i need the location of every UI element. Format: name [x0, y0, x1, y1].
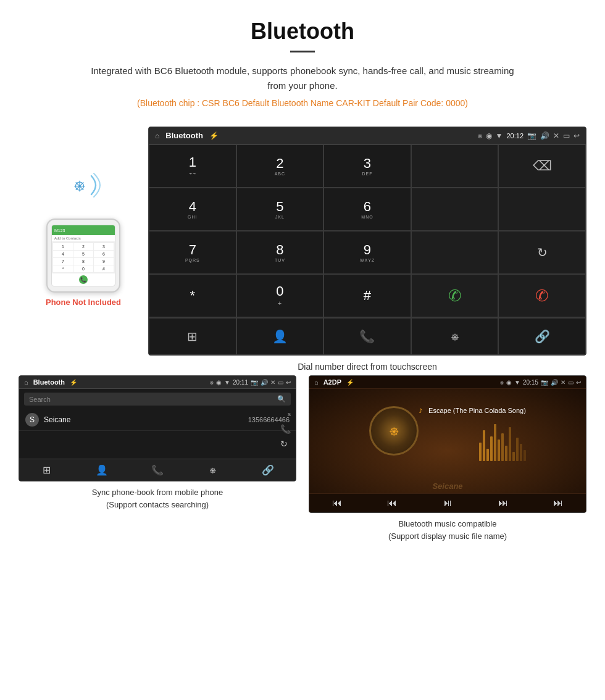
music-play-pause-btn[interactable]: ⏯ — [420, 498, 475, 509]
header-time: 20:12 — [506, 132, 524, 140]
music-cam-icon: 📷 — [541, 379, 548, 386]
back-icon[interactable]: ↩ — [574, 131, 580, 140]
music-content-area: ⎈ ♪ Escape (The Pina Colada Song) — [309, 389, 586, 479]
pb-status-icons: ⎈ ◉ ▼ 20:11 📷 🔊 ✕ ▭ ↩ — [210, 379, 291, 386]
eq-bar-9 — [509, 427, 511, 461]
key-0[interactable]: 0 + — [236, 274, 324, 317]
empty-cell-1 — [498, 188, 586, 231]
pb-btn-link[interactable]: 🔗 — [240, 459, 296, 481]
title-divider — [290, 51, 315, 52]
phone-screen: M123 Add to Contacts 1 2 3 4 5 6 7 8 9 *… — [51, 225, 115, 286]
phone-top-text: M123 — [54, 228, 65, 233]
pb-loc-icon: ◉ — [216, 379, 222, 386]
contact-row[interactable]: S Seicane 13566664466 — [19, 409, 296, 431]
eq-bar-13 — [524, 450, 526, 461]
key-6[interactable]: 6 MNO — [323, 188, 411, 231]
music-close-icon[interactable]: ✕ — [561, 379, 565, 386]
phone-contacts-label: Add to Contacts — [52, 235, 115, 242]
key-7[interactable]: 7 PQRS — [149, 231, 236, 274]
key-star[interactable]: * — [149, 274, 236, 317]
pb-right-refresh-icon[interactable]: ↻ — [280, 439, 291, 449]
eq-bar-6 — [498, 440, 500, 461]
phone-key-hash[interactable]: # — [94, 265, 114, 272]
eq-bar-4 — [490, 436, 493, 461]
refresh-cell[interactable]: ↻ — [498, 231, 586, 274]
signal-icon: ▼ — [496, 131, 503, 140]
dialer-screen-header: ⌂ Bluetooth ⚡ ⎈ ◉ ▼ 20:12 📷 🔊 ✕ ▭ ↩ — [149, 127, 586, 144]
music-caption: Bluetooth music compatible (Support disp… — [309, 518, 586, 542]
pb-win-icon[interactable]: ▭ — [278, 379, 283, 386]
phone-key-star[interactable]: * — [53, 265, 73, 272]
music-next-next-btn[interactable]: ⏭ — [530, 498, 586, 509]
pb-btn-call[interactable]: 📞 — [130, 459, 185, 481]
page-description: Integrated with BC6 Bluetooth module, su… — [86, 64, 519, 93]
key-5[interactable]: 5 JKL — [236, 188, 324, 231]
close-icon[interactable]: ✕ — [553, 131, 559, 140]
pb-btn-bt[interactable]: ⎈ — [185, 459, 241, 481]
phone-key-2[interactable]: 2 — [73, 243, 93, 250]
key-4[interactable]: 4 GHI — [149, 188, 236, 231]
dialer-bottom-grid-icon[interactable]: ⊞ — [149, 318, 236, 355]
music-panel: ⌂ A2DP ⚡ ⎈ ◉ ▼ 20:15 📷 🔊 ✕ ▭ ↩ — [309, 375, 586, 542]
key-8[interactable]: 8 TUV — [236, 231, 324, 274]
car-dialer-screen: ⌂ Bluetooth ⚡ ⎈ ◉ ▼ 20:12 📷 🔊 ✕ ▭ ↩ — [148, 127, 586, 356]
key-2[interactable]: 2 ABC — [236, 144, 324, 188]
phone-key-8[interactable]: 8 — [73, 258, 93, 265]
key-3[interactable]: 3 DEF — [323, 144, 411, 188]
phone-key-5[interactable]: 5 — [73, 251, 93, 257]
camera-icon: 📷 — [527, 131, 536, 140]
phone-key-1[interactable]: 1 — [53, 243, 73, 250]
music-back-icon[interactable]: ↩ — [576, 379, 581, 386]
music-prev-btn[interactable]: ⏮ — [365, 498, 420, 509]
music-next-btn[interactable]: ⏭ — [475, 498, 531, 509]
pb-title: Bluetooth — [33, 378, 65, 386]
dialer-bottom-link-icon[interactable]: 🔗 — [498, 318, 586, 355]
phone-key-4[interactable]: 4 — [53, 251, 73, 257]
pb-close-icon[interactable]: ✕ — [270, 379, 275, 386]
phone-call-button[interactable]: 📞 — [79, 275, 88, 284]
backspace-cell[interactable]: ⌫ — [498, 144, 586, 188]
music-prev-prev-btn[interactable]: ⏮ — [309, 498, 365, 509]
call-cell[interactable]: ✆ — [411, 274, 499, 317]
dialer-bottom-bar: ⊞ 👤 📞 ⎈ 🔗 — [149, 317, 586, 355]
seicane-watermark: Seicane — [309, 479, 586, 493]
pb-btn-grid[interactable]: ⊞ — [19, 459, 75, 481]
key-hash[interactable]: # — [323, 274, 411, 317]
search-icon[interactable]: 🔍 — [277, 395, 286, 403]
pb-time: 20:11 — [233, 379, 248, 386]
end-call-cell[interactable]: ✆ — [498, 274, 586, 317]
pb-back-icon[interactable]: ↩ — [286, 379, 291, 386]
pb-right-call-icon[interactable]: 📞 — [280, 424, 291, 434]
music-loc-icon: ◉ — [506, 379, 512, 386]
music-win-icon[interactable]: ▭ — [568, 379, 574, 386]
phone-key-9[interactable]: 9 — [94, 258, 114, 265]
eq-bar-11 — [516, 438, 519, 461]
pb-btn-contact[interactable]: 👤 — [75, 459, 130, 481]
phonebook-caption-line2: (Support contacts searching) — [106, 500, 209, 509]
bottom-section: ⌂ Bluetooth ⚡ ⎈ ◉ ▼ 20:11 📷 🔊 ✕ ▭ ↩ — [0, 375, 605, 554]
phonebook-contact-list: S Seicane 13566664466 S 📞 ↻ — [19, 409, 296, 459]
phone-key-3[interactable]: 3 — [94, 243, 114, 250]
dialer-bottom-contact-icon[interactable]: 👤 — [236, 318, 324, 355]
music-status-icons: ⎈ ◉ ▼ 20:15 📷 🔊 ✕ ▭ ↩ — [500, 379, 581, 386]
key-9[interactable]: 9 WXYZ — [323, 231, 411, 274]
phone-bottom-bar: 📞 — [52, 273, 115, 286]
phone-key-7[interactable]: 7 — [53, 258, 73, 265]
volume-icon: 🔊 — [540, 131, 549, 140]
pb-bt-icon: ⎈ — [210, 379, 214, 386]
window-icon[interactable]: ▭ — [563, 131, 570, 140]
music-caption-line2: (Support display music file name) — [388, 531, 507, 541]
bluetooth-status-icon: ⎈ — [478, 131, 482, 140]
key-1[interactable]: 1 ⌁⌁ — [149, 144, 236, 188]
sidebar-letter-s[interactable]: S — [288, 412, 291, 417]
home-icon[interactable]: ⌂ — [155, 131, 159, 140]
dialer-bottom-bt-icon[interactable]: ⎈ — [411, 318, 499, 355]
eq-bar-1 — [479, 443, 482, 461]
phonebook-search-bar[interactable]: Search 🔍 — [24, 393, 291, 406]
phone-key-6[interactable]: 6 — [94, 251, 114, 257]
header-status-icons: ⎈ ◉ ▼ 20:12 📷 🔊 ✕ ▭ ↩ — [478, 131, 580, 140]
dialer-bottom-call-icon[interactable]: 📞 — [323, 318, 411, 355]
music-home-icon[interactable]: ⌂ — [314, 378, 319, 386]
phone-key-0[interactable]: 0 — [73, 265, 93, 272]
pb-home-icon[interactable]: ⌂ — [24, 378, 28, 386]
